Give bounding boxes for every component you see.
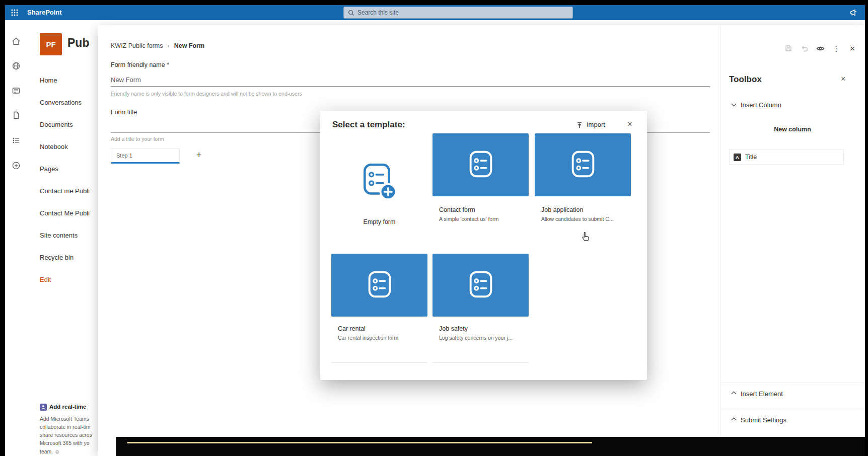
app-launcher-icon[interactable] <box>11 9 19 19</box>
form-template-icon <box>465 269 496 302</box>
scroll-cutoff-line <box>432 362 529 363</box>
insert-element-label: Insert Element <box>741 390 783 398</box>
sidebar-item-recycle-bin[interactable]: Recycle bin <box>40 254 96 261</box>
form-template-icon <box>465 148 496 182</box>
undo-icon[interactable] <box>800 44 809 53</box>
text-field-icon: A <box>734 154 741 161</box>
site-logo[interactable]: PF <box>40 33 62 55</box>
template-tile-job-safety[interactable] <box>432 254 529 317</box>
search-input[interactable] <box>357 9 568 16</box>
chevron-right-icon <box>732 392 737 397</box>
suite-bar: SharePoint <box>5 5 865 20</box>
chevron-right-icon <box>732 418 737 423</box>
step-tab-label: Step 1 <box>116 153 132 159</box>
scroll-cutoff-line <box>331 362 427 363</box>
insert-column-label: Insert Column <box>741 101 781 109</box>
suite-search-box[interactable] <box>343 7 573 19</box>
lists-icon[interactable] <box>12 136 21 145</box>
globe-icon[interactable] <box>12 61 21 70</box>
template-name-car-rental[interactable]: Car rental <box>338 325 366 332</box>
home-icon[interactable] <box>12 37 21 46</box>
template-name-empty-form[interactable]: Empty form <box>331 218 427 225</box>
form-template-icon <box>567 148 599 182</box>
toolbox-section-insert-element[interactable]: Insert Element <box>720 383 865 405</box>
sidebar-item-documents[interactable]: Documents <box>40 121 96 128</box>
template-desc-job-application: Allow candidates to submit C... <box>541 216 614 222</box>
template-tile-job-application[interactable] <box>535 133 631 196</box>
import-label: Import <box>587 121 605 128</box>
toolbox-title: Toolbox <box>729 74 762 85</box>
breadcrumb-separator-icon: › <box>168 42 170 49</box>
form-template-icon <box>364 269 395 302</box>
sidebar-item-pages[interactable]: Pages <box>40 165 96 173</box>
sidebar-item-contact-me-public-2[interactable]: Contact Me Publi <box>40 209 96 217</box>
letterbox-band <box>116 437 865 456</box>
template-tile-car-rental[interactable] <box>331 254 427 317</box>
files-icon[interactable] <box>12 111 21 120</box>
mouse-cursor-hand <box>580 232 590 245</box>
template-name-job-application[interactable]: Job application <box>541 206 583 213</box>
breadcrumb-parent[interactable]: KWIZ Public forms <box>111 42 163 49</box>
teams-promo-line: Microsoft 365 with yo <box>40 440 106 446</box>
megaphone-icon[interactable] <box>849 8 858 19</box>
upload-icon <box>576 121 583 128</box>
video-progress-bar <box>127 442 592 443</box>
chevron-down-icon <box>732 102 737 107</box>
more-options-kebab-icon[interactable]: ⋮ <box>832 44 841 53</box>
toolbox-item-title[interactable]: A Title <box>729 149 844 165</box>
template-name-contact-form[interactable]: Contact form <box>439 206 475 213</box>
dialog-close-icon[interactable]: × <box>627 119 632 129</box>
create-icon[interactable] <box>12 161 21 170</box>
teams-promo-line: share resources acros <box>40 432 106 438</box>
form-title-help: Add a title to your form <box>111 136 164 142</box>
select-template-dialog: Select a template: Import × Empty form <box>320 111 647 380</box>
template-desc-contact-form: A simple 'contact us' form <box>439 216 498 222</box>
add-step-button[interactable]: + <box>196 150 202 161</box>
teams-promo-line: collaborate in real-tim <box>40 424 106 430</box>
submit-settings-label: Submit Settings <box>741 416 786 424</box>
suite-brand[interactable]: SharePoint <box>27 5 62 20</box>
toolbox-item-title-label: Title <box>745 154 757 161</box>
empty-form-icon[interactable] <box>357 161 401 206</box>
teams-promo-line: Add Microsoft Teams <box>40 416 106 422</box>
template-desc-job-safety: Log safety concerns on your j... <box>439 335 513 341</box>
sidebar-item-site-contents[interactable]: Site contents <box>40 232 96 239</box>
site-title: Pub <box>67 36 97 50</box>
sidebar-edit-link[interactable]: Edit <box>40 276 96 283</box>
form-title-label: Form title <box>111 109 137 116</box>
friendly-name-label: Form friendly name * <box>111 61 169 68</box>
template-desc-car-rental: Car rental inspection form <box>338 335 398 341</box>
sidebar-item-contact-me-public-1[interactable]: Contact me Publi <box>40 187 96 195</box>
app-window: SharePoint PF Pub Home <box>5 5 865 456</box>
preview-eye-icon[interactable] <box>816 44 825 53</box>
new-column-heading: New column <box>720 126 865 133</box>
search-icon <box>348 10 354 16</box>
sidebar-item-home[interactable]: Home <box>40 77 96 84</box>
template-tile-contact-form[interactable] <box>432 133 529 196</box>
teams-icon <box>40 404 47 413</box>
breadcrumb: KWIZ Public forms › New Form <box>111 42 204 49</box>
template-name-job-safety[interactable]: Job safety <box>439 325 468 332</box>
step-tab-1[interactable]: Step 1 <box>111 148 180 164</box>
save-icon[interactable] <box>784 44 793 53</box>
import-button[interactable]: Import <box>576 121 605 128</box>
teams-promo-line: team. ☺ <box>40 448 106 454</box>
toolbox-section-insert-column[interactable]: Insert Column <box>720 94 865 116</box>
teams-promo-title: Add real-time <box>49 404 97 410</box>
breadcrumb-current: New Form <box>174 42 204 49</box>
sidebar-item-conversations[interactable]: Conversations <box>40 99 96 106</box>
friendly-name-input[interactable] <box>111 73 710 87</box>
sidebar-item-notebook[interactable]: Notebook <box>40 143 96 150</box>
dialog-title: Select a template: <box>332 120 405 130</box>
news-icon[interactable] <box>12 86 21 95</box>
toolbox-close-icon[interactable]: × <box>841 74 845 84</box>
friendly-name-help: Friendly name is only visible to form de… <box>111 91 302 97</box>
panel-close-icon[interactable]: × <box>848 44 857 53</box>
toolbox-section-submit-settings[interactable]: Submit Settings <box>720 409 865 431</box>
